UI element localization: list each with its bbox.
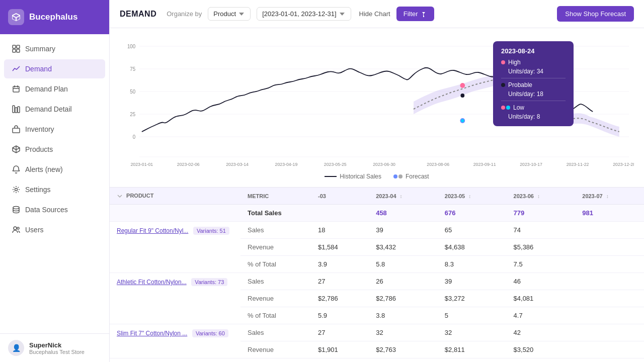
legend-forecast-dots [393,174,403,178]
sidebar-item-users[interactable]: Users [4,220,105,239]
col-04[interactable]: 2023-04 ↕ [369,188,438,205]
svg-rect-5 [13,106,15,113]
logo-text: Bucephalus [29,12,77,22]
product-3-cell: Slim Fit 7" Cotton/Nylon ... Variants: 6… [110,324,240,358]
tooltip-low-value: Units/day: 8 [508,113,566,120]
sidebar-item-label: Demand Plan [25,85,68,93]
col-06[interactable]: 2023-06 ↕ [507,188,576,205]
col-07[interactable]: 2023-07 ↕ [575,188,644,205]
sidebar-item-label: Settings [25,186,51,194]
product-2-name[interactable]: Athletic Fit Cotton/Nylon... [117,279,187,286]
logo-icon [8,9,24,25]
svg-point-38 [460,94,464,98]
sidebar-item-label: Products [25,145,53,153]
metric-sales-2: Sales [240,273,311,290]
svg-rect-8 [13,128,20,133]
table-row: Athletic Fit Cotton/Nylon... Variants: 7… [110,273,644,290]
p2-pct-c07 [575,307,644,324]
sidebar-item-label: Summary [25,45,55,53]
p2-rev-c07 [575,290,644,307]
svg-text:2023-05-25: 2023-05-25 [324,162,347,167]
metric-revenue-2: Revenue [240,290,311,307]
sort-icon-05: ↕ [468,194,471,199]
sidebar-item-label: Alerts (new) [25,165,63,173]
legend-dot-gray [398,174,403,178]
sidebar-item-demand-plan[interactable]: Demand Plan [4,79,105,99]
svg-rect-7 [18,107,20,113]
date-range-value: [2023-01-01, 2023-12-31] [262,10,336,18]
svg-rect-2 [13,49,16,52]
filter-label: Filter [404,10,418,18]
p1-sales-c04: 39 [369,222,438,239]
p3-rev-c05: $2,811 [438,341,507,358]
p3-sales-c04: 32 [369,324,438,341]
sidebar-footer: 👤 SuperNick Bucephalus Test Store [0,333,109,362]
sidebar-item-demand-detail[interactable]: Demand Detail [4,100,105,119]
product-2-cell: Athletic Fit Cotton/Nylon... Variants: 7… [110,273,240,324]
sidebar-item-settings[interactable]: Settings [4,180,105,199]
hide-chart-button[interactable]: Hide Chart [359,10,390,18]
svg-rect-1 [17,45,20,48]
sort-icon-04: ↕ [400,194,403,199]
svg-text:2023-10-17: 2023-10-17 [520,162,542,167]
organize-dropdown[interactable]: Product [208,7,251,21]
sidebar-item-inventory[interactable]: Inventory [4,120,105,139]
svg-text:2023-03-14: 2023-03-14 [226,162,249,167]
svg-text:2023-08-06: 2023-08-06 [427,162,449,167]
svg-text:25: 25 [130,112,135,117]
p3-rev-c03: $1,901 [311,341,369,358]
product-3-variants: Variants: 60 [192,329,228,337]
table-body: Total Sales 458 676 779 981 Regular Fit … [110,205,644,358]
svg-point-12 [14,227,17,230]
sidebar-item-label: Data Sources [25,206,68,214]
logo-area: Bucephalus [0,0,109,34]
legend-historical-line [325,176,337,177]
svg-text:2023-06-30: 2023-06-30 [373,162,395,167]
p3-sales-c07 [575,324,644,341]
sidebar-item-label: Users [25,226,44,234]
tooltip-high-label: High [508,59,521,66]
sidebar-item-summary[interactable]: Summary [4,39,105,58]
svg-text:2023-11-22: 2023-11-22 [567,162,589,167]
table-row: Slim Fit 7" Cotton/Nylon ... Variants: 6… [110,324,644,341]
sort-icon-07: ↕ [606,194,609,199]
svg-text:75: 75 [130,66,135,72]
p2-sales-c07 [575,273,644,290]
date-range-dropdown[interactable]: [2023-01-01, 2023-12-31] [257,7,351,21]
page-title: DEMAND [120,10,156,19]
svg-text:2023-01-01: 2023-01-01 [130,162,153,167]
user-name: SuperNick [29,341,85,349]
col-05[interactable]: 2023-05 ↕ [438,188,507,205]
show-shop-forecast-button[interactable]: Show Shop Forecast [557,6,634,22]
svg-text:2023-04-19: 2023-04-19 [275,162,298,167]
organize-label: Organize by [167,10,202,18]
chart-tooltip: 2023-08-24 High Units/day: 34 Probable U… [493,41,574,126]
product-3-name[interactable]: Slim Fit 7" Cotton/Nylon ... [117,330,187,337]
tooltip-probable-dot [501,83,505,87]
product-1-name[interactable]: Regular Fit 9" Cotton/Nyl... [117,227,188,234]
sidebar-item-alerts[interactable]: Alerts (new) [4,160,105,179]
chart-legend: Historical Sales Forecast [120,169,634,182]
tooltip-probable-value: Units/day: 18 [508,90,566,98]
col-product[interactable]: PRODUCT [110,188,240,205]
legend-dot-blue [393,174,397,178]
p1-sales-c06: 74 [507,222,576,239]
user-details: SuperNick Bucephalus Test Store [29,341,85,355]
sidebar-item-demand[interactable]: Demand [4,59,105,78]
sidebar: Bucephalus Summary Demand Demand Plan De… [0,0,110,362]
metric-pct-2: % of Total [240,307,311,324]
p1-sales-c05: 65 [438,222,507,239]
sidebar-item-data-sources[interactable]: Data Sources [4,200,105,219]
tooltip-low-label: Low [513,104,524,111]
sidebar-item-products[interactable]: Products [4,140,105,159]
svg-point-13 [17,227,19,229]
p2-pct-c04: 3.8 [369,307,438,324]
tooltip-high-value: Units/day: 34 [508,68,566,75]
svg-text:2023-02-06: 2023-02-06 [177,162,200,167]
p1-pct-c04: 5.8 [369,256,438,273]
col-03[interactable]: -03 [311,188,369,205]
total-col03 [311,205,369,222]
filter-button[interactable]: Filter [396,7,434,21]
p2-rev-c05: $3,272 [438,290,507,307]
total-col07: 981 [575,205,644,222]
